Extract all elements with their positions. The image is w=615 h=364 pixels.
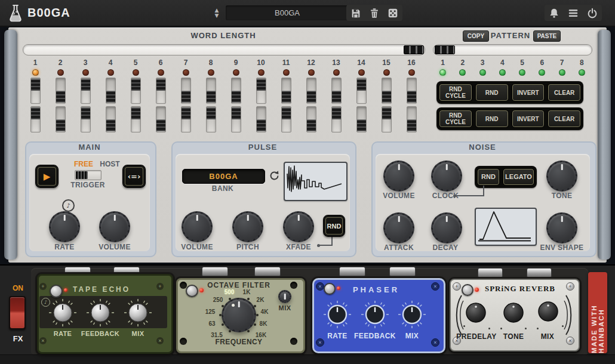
- spring-mix-knob[interactable]: [535, 298, 561, 325]
- bit-slider[interactable]: [306, 106, 316, 132]
- noise-env-shape-knob[interactable]: [546, 212, 577, 243]
- main-volume-knob[interactable]: [99, 211, 130, 242]
- bit-slider-handle[interactable]: [357, 79, 366, 91]
- noise-decay-knob[interactable]: [431, 212, 462, 243]
- bit-slider[interactable]: [331, 106, 342, 132]
- pattern-paste-button[interactable]: PASTE: [533, 30, 561, 42]
- notifications-button[interactable]: [546, 5, 562, 20]
- bit-slider[interactable]: [256, 106, 266, 132]
- bit-slider-handle[interactable]: [81, 79, 90, 91]
- invert-button[interactable]: INVERT: [512, 84, 545, 101]
- tape-echo-mix-knob[interactable]: [122, 297, 153, 328]
- bit-slider[interactable]: [281, 78, 291, 104]
- stepper-down-icon[interactable]: ▼: [215, 13, 219, 18]
- bit-slider-handle[interactable]: [332, 91, 341, 103]
- bit-slider[interactable]: [206, 78, 216, 104]
- bit-slider-handle[interactable]: [382, 91, 391, 103]
- bit-slider[interactable]: [56, 78, 66, 104]
- save-button[interactable]: [348, 5, 364, 20]
- octave-mix-knob[interactable]: [278, 290, 291, 303]
- bit-slider[interactable]: [382, 78, 392, 104]
- trigger-host-label[interactable]: HOST: [97, 160, 122, 168]
- pulse-volume-knob[interactable]: [182, 211, 213, 242]
- noise-legato-button[interactable]: LEGATO: [503, 168, 534, 186]
- phaser-power-button[interactable]: [324, 283, 336, 295]
- pulse-pitch-knob[interactable]: [232, 211, 263, 242]
- bit-slider-handle[interactable]: [106, 91, 115, 103]
- bit-slider[interactable]: [256, 78, 266, 104]
- bit-slider-handle[interactable]: [56, 119, 65, 131]
- bit-slider-handle[interactable]: [81, 107, 90, 119]
- bit-slider-handle[interactable]: [407, 91, 416, 103]
- bit-slider[interactable]: [131, 106, 141, 132]
- clear-button[interactable]: CLEAR: [548, 110, 581, 128]
- bit-slider[interactable]: [106, 106, 116, 132]
- phaser-rate-knob[interactable]: [321, 298, 354, 331]
- noise-attack-knob[interactable]: [383, 212, 414, 243]
- trigger-free-label[interactable]: FREE: [72, 160, 96, 168]
- word-length-slider-handle[interactable]: [404, 45, 424, 54]
- bit-slider[interactable]: [281, 106, 291, 132]
- octave-filter-power-button[interactable]: [186, 285, 198, 297]
- bit-slider[interactable]: [81, 106, 91, 132]
- rnd-button[interactable]: RND: [475, 84, 509, 101]
- bit-slider[interactable]: [331, 78, 342, 104]
- rnd-button[interactable]: RND: [475, 110, 509, 128]
- noise-rnd-button[interactable]: RND: [477, 168, 500, 186]
- bit-slider[interactable]: [382, 106, 392, 132]
- bit-slider-handle[interactable]: [282, 91, 291, 103]
- bit-slider-handle[interactable]: [307, 91, 316, 103]
- rnd-cycle-button[interactable]: RND CYCLE: [439, 84, 472, 101]
- bit-slider[interactable]: [81, 78, 91, 104]
- bank-selector-display[interactable]: B00GA: [182, 169, 265, 184]
- noise-tone-knob[interactable]: [546, 161, 577, 192]
- clear-button[interactable]: CLEAR: [548, 84, 581, 101]
- tape-echo-rate-knob[interactable]: [47, 297, 78, 328]
- bit-slider-handle[interactable]: [56, 91, 65, 103]
- bit-slider-handle[interactable]: [307, 119, 316, 131]
- bit-slider-handle[interactable]: [207, 107, 216, 119]
- bit-slider-handle[interactable]: [182, 91, 190, 103]
- menu-button[interactable]: [565, 5, 582, 20]
- bit-slider[interactable]: [56, 106, 66, 132]
- bit-slider[interactable]: [407, 106, 417, 132]
- pattern-slider-handle[interactable]: [435, 45, 455, 54]
- bit-slider[interactable]: [131, 78, 141, 104]
- preset-stepper[interactable]: ▲ ▼: [210, 5, 223, 21]
- bit-slider-handle[interactable]: [156, 79, 165, 91]
- random-preset-button[interactable]: [385, 5, 401, 20]
- pulse-rnd-button[interactable]: RND: [323, 215, 345, 237]
- play-button[interactable]: ▶: [35, 165, 59, 188]
- trigger-switch-handle[interactable]: [76, 171, 88, 179]
- bit-slider-handle[interactable]: [332, 107, 341, 119]
- spring-tone-knob[interactable]: [500, 300, 527, 326]
- bit-slider-handle[interactable]: [257, 79, 266, 91]
- bit-slider[interactable]: [181, 106, 191, 132]
- bit-slider[interactable]: [156, 78, 166, 104]
- spring-predelay-knob[interactable]: [463, 300, 489, 326]
- note-sync-icon[interactable]: ♪: [62, 199, 75, 212]
- invert-button[interactable]: INVERT: [512, 110, 545, 128]
- bit-slider-handle[interactable]: [182, 107, 190, 119]
- trigger-mode-switch[interactable]: [75, 170, 102, 180]
- bit-slider-handle[interactable]: [156, 119, 165, 131]
- phaser-feedback-knob[interactable]: [358, 298, 392, 331]
- bit-slider[interactable]: [407, 78, 417, 104]
- bit-slider-handle[interactable]: [207, 91, 216, 103]
- phaser-mix-knob[interactable]: [395, 298, 429, 331]
- bit-slider-handle[interactable]: [382, 107, 391, 119]
- pattern-copy-button[interactable]: COPY: [463, 30, 489, 42]
- bit-slider[interactable]: [231, 78, 241, 104]
- bit-slider-handle[interactable]: [407, 119, 416, 131]
- noise-volume-knob[interactable]: [383, 161, 414, 192]
- noise-clock-knob[interactable]: [431, 161, 462, 192]
- word-length-slider[interactable]: [23, 44, 425, 55]
- reload-bank-icon[interactable]: [268, 169, 281, 182]
- bit-slider[interactable]: [106, 78, 116, 104]
- power-button[interactable]: [584, 5, 601, 20]
- pattern-slider[interactable]: [433, 44, 592, 55]
- bit-slider[interactable]: [156, 106, 166, 132]
- bit-slider[interactable]: [356, 106, 367, 132]
- fx-power-switch[interactable]: [10, 297, 24, 328]
- rnd-cycle-button[interactable]: RND CYCLE: [439, 110, 472, 128]
